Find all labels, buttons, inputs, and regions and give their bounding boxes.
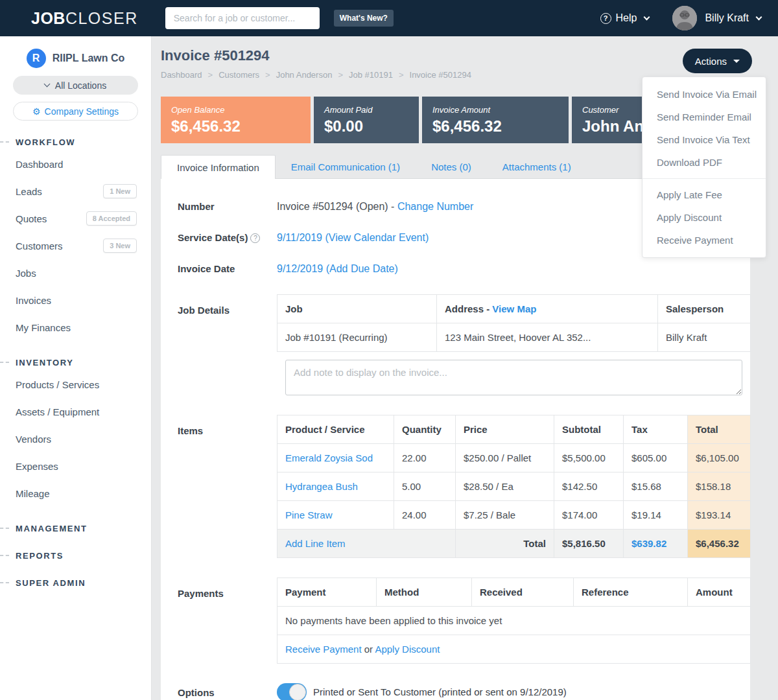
actions-dropdown-menu: Send Invoice Via Email Send Reminder Ema… bbox=[642, 76, 766, 258]
sidebar-item-expenses[interactable]: Expenses bbox=[0, 452, 151, 480]
payment-header: Payment bbox=[277, 578, 377, 607]
invoice-note-input[interactable] bbox=[285, 360, 742, 395]
help-tooltip-icon[interactable]: ? bbox=[250, 233, 260, 243]
breadcrumb-separator: > bbox=[208, 70, 213, 80]
invoice-date-link[interactable]: 9/12/2019 bbox=[277, 263, 323, 274]
company-settings-button[interactable]: ⚙ Company Settings bbox=[13, 102, 138, 121]
menu-item-download-pdf[interactable]: Download PDF bbox=[642, 151, 766, 174]
job-col-header: Job bbox=[277, 295, 437, 323]
tax-header: Tax bbox=[624, 415, 688, 444]
sidebar-item-leads[interactable]: Leads 1 New bbox=[0, 178, 151, 205]
sidebar-item-dashboard[interactable]: Dashboard bbox=[0, 150, 151, 178]
sidebar-item-label: Products / Services bbox=[16, 379, 99, 390]
items-table: Product / Service Quantity Price Subtota… bbox=[277, 415, 751, 558]
or-text: or bbox=[364, 644, 373, 655]
sidebar-item-vendors[interactable]: Vendors bbox=[0, 425, 151, 452]
product-link[interactable]: Emerald Zoysia Sod bbox=[285, 452, 373, 463]
product-link[interactable]: Pine Straw bbox=[285, 509, 333, 520]
stat-value: $6,456.32 bbox=[171, 117, 300, 135]
method-header: Method bbox=[377, 578, 472, 607]
apply-discount-link[interactable]: Apply Discount bbox=[375, 644, 440, 655]
search-input[interactable] bbox=[165, 7, 320, 29]
breadcrumb-invoice[interactable]: Invoice #501294 bbox=[410, 70, 471, 80]
price-cell: $250.00 / Pallet bbox=[456, 444, 554, 472]
sidebar-item-label: Leads bbox=[16, 186, 42, 197]
breadcrumb-dashboard[interactable]: Dashboard bbox=[161, 70, 202, 80]
breadcrumb-job[interactable]: Job #10191 bbox=[349, 70, 393, 80]
sidebar-badge: 8 Accepted bbox=[86, 211, 137, 226]
section-title-management[interactable]: MANAGEMENT bbox=[0, 522, 151, 534]
payments-actions-cell: Receive Payment or Apply Discount bbox=[277, 635, 751, 664]
amount-header: Amount bbox=[688, 578, 751, 607]
sidebar-item-quotes[interactable]: Quotes 8 Accepted bbox=[0, 205, 151, 232]
receive-payment-link[interactable]: Receive Payment bbox=[285, 644, 362, 655]
breadcrumb-customer-name[interactable]: John Anderson bbox=[276, 70, 333, 80]
total-cell: $158.18 bbox=[688, 472, 751, 501]
sidebar-item-my-finances[interactable]: My Finances bbox=[0, 314, 151, 341]
nav-list-workflow: Dashboard Leads 1 New Quotes 8 Accepted … bbox=[0, 150, 151, 341]
add-due-date-link[interactable]: (Add Due Date) bbox=[326, 263, 398, 274]
help-label: Help bbox=[616, 12, 637, 24]
sidebar-item-label: Quotes bbox=[16, 213, 47, 224]
view-map-link[interactable]: View Map bbox=[492, 303, 536, 314]
change-number-link[interactable]: Change Number bbox=[397, 201, 473, 212]
tab-email-communication[interactable]: Email Communication (1) bbox=[276, 155, 416, 178]
section-title-reports[interactable]: REPORTS bbox=[0, 550, 151, 561]
sidebar-item-mileage[interactable]: Mileage bbox=[0, 480, 151, 507]
sidebar-item-customers[interactable]: Customers 3 New bbox=[0, 232, 151, 259]
product-link[interactable]: Hydrangea Bush bbox=[285, 481, 358, 492]
menu-item-send-invoice-text[interactable]: Send Invoice Via Text bbox=[642, 128, 766, 151]
tab-attachments[interactable]: Attachments (1) bbox=[487, 155, 587, 178]
subtotal-cell: $5,500.00 bbox=[554, 444, 624, 472]
service-date-link[interactable]: 9/11/2019 bbox=[277, 232, 322, 243]
stat-value: $6,456.32 bbox=[432, 117, 558, 135]
section-title-inventory: INVENTORY bbox=[0, 356, 151, 368]
address-header-text: Address - bbox=[445, 303, 489, 314]
page-title: Invoice #501294 bbox=[161, 36, 750, 64]
menu-item-send-reminder-email[interactable]: Send Reminder Email bbox=[642, 106, 766, 128]
item-row: Pine Straw 24.00 $7.25 / Bale $174.00 $1… bbox=[277, 501, 751, 530]
main-content: Invoice #501294 Dashboard > Customers > … bbox=[161, 36, 750, 700]
all-locations-label: All Locations bbox=[55, 80, 106, 91]
whats-new-button[interactable]: What's New? bbox=[334, 10, 394, 27]
options-row: Options Printed or Sent To Customer (pri… bbox=[161, 664, 750, 700]
global-search bbox=[165, 7, 320, 29]
subtotal-header: Subtotal bbox=[554, 415, 624, 444]
company-settings-label: Company Settings bbox=[45, 106, 119, 117]
tax-total-link[interactable]: $639.82 bbox=[631, 538, 666, 549]
menu-item-apply-discount[interactable]: Apply Discount bbox=[642, 206, 766, 229]
actions-button[interactable]: Actions bbox=[683, 49, 752, 73]
app-logo: JOBCLOSER bbox=[31, 9, 138, 28]
tab-notes[interactable]: Notes (0) bbox=[416, 155, 487, 178]
items-header-row: Product / Service Quantity Price Subtota… bbox=[277, 415, 751, 444]
all-locations-selector[interactable]: All Locations bbox=[13, 76, 138, 95]
sidebar-item-assets-equipment[interactable]: Assets / Equipment bbox=[0, 398, 151, 425]
job-details-table: Job Address - View Map Salesperson Job #… bbox=[277, 294, 751, 352]
breadcrumb-customers[interactable]: Customers bbox=[218, 70, 259, 80]
caret-down-icon bbox=[733, 60, 740, 63]
view-calendar-event-link[interactable]: (View Calendar Event) bbox=[325, 232, 429, 243]
sidebar-item-invoices[interactable]: Invoices bbox=[0, 286, 151, 314]
invoice-date-value: 9/12/2019 (Add Due Date) bbox=[277, 263, 750, 275]
user-avatar[interactable] bbox=[672, 6, 697, 30]
sidebar-item-label: Assets / Equipment bbox=[16, 406, 99, 417]
add-line-item-link[interactable]: Add Line Item bbox=[285, 538, 346, 549]
menu-item-send-invoice-email[interactable]: Send Invoice Via Email bbox=[642, 83, 766, 106]
breadcrumb-separator: > bbox=[265, 70, 270, 80]
printed-sent-toggle[interactable] bbox=[277, 683, 307, 700]
section-title-super-admin[interactable]: SUPER ADMIN bbox=[0, 577, 151, 589]
price-header: Price bbox=[456, 415, 554, 444]
reference-header: Reference bbox=[574, 578, 688, 607]
sidebar-item-jobs[interactable]: Jobs bbox=[0, 259, 151, 286]
tax-cell: $605.00 bbox=[624, 444, 688, 472]
menu-item-receive-payment[interactable]: Receive Payment bbox=[642, 229, 766, 251]
help-menu[interactable]: ? Help bbox=[600, 12, 650, 24]
received-header: Received bbox=[472, 578, 574, 607]
user-name[interactable]: Billy Kraft bbox=[705, 12, 749, 24]
sidebar-item-products-services[interactable]: Products / Services bbox=[0, 371, 151, 398]
invoice-date-label: Invoice Date bbox=[161, 263, 277, 275]
sidebar-item-label: Dashboard bbox=[16, 159, 63, 170]
menu-item-apply-late-fee[interactable]: Apply Late Fee bbox=[642, 183, 766, 206]
section-title-workflow: WORKFLOW bbox=[0, 136, 151, 148]
tab-invoice-information[interactable]: Invoice Information bbox=[161, 155, 276, 179]
